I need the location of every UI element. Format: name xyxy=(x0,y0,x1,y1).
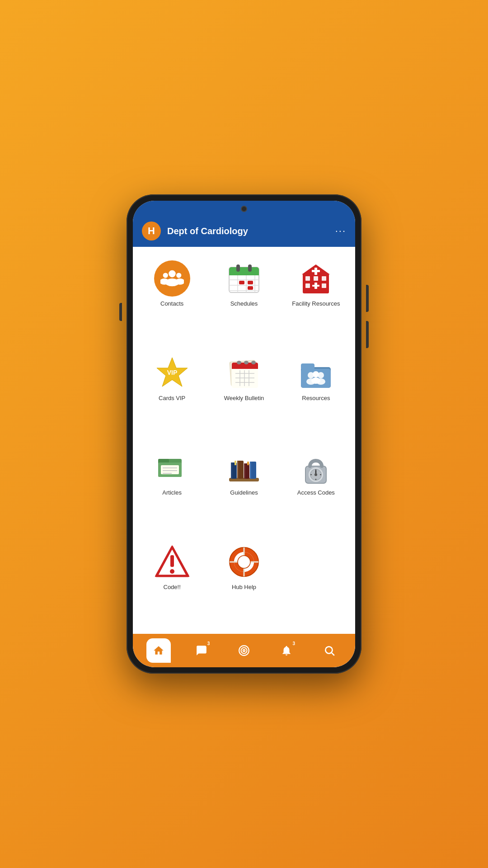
power-button xyxy=(119,303,122,321)
svg-rect-24 xyxy=(322,276,326,281)
nav-alerts[interactable]: 3 xyxy=(274,638,299,663)
svg-rect-19 xyxy=(248,286,253,290)
more-menu-button[interactable]: ··· xyxy=(335,225,346,237)
bulletin-icon xyxy=(226,355,262,391)
volume-up-button xyxy=(366,285,369,312)
vip-label: Cards VIP xyxy=(159,395,185,401)
contacts-icon xyxy=(154,260,190,297)
svg-line-106 xyxy=(332,653,334,656)
svg-point-54 xyxy=(313,371,319,377)
search-icon xyxy=(324,645,335,656)
code-label: Code!! xyxy=(164,584,181,590)
svg-rect-92 xyxy=(170,555,174,567)
svg-point-40 xyxy=(251,361,256,364)
svg-point-4 xyxy=(176,273,181,278)
svg-rect-37 xyxy=(232,366,258,369)
home-icon xyxy=(153,645,164,656)
svg-rect-68 xyxy=(231,462,232,479)
svg-point-38 xyxy=(237,361,241,364)
grid-item-vip[interactable]: VIP Cards VIP xyxy=(137,350,206,440)
svg-point-103 xyxy=(241,648,247,654)
svg-rect-25 xyxy=(305,283,310,288)
svg-point-93 xyxy=(170,569,174,574)
svg-point-105 xyxy=(325,646,332,653)
schedules-icon xyxy=(226,261,262,296)
app-grid: Contacts xyxy=(133,247,355,634)
schedules-label: Schedules xyxy=(230,300,258,307)
app-header: H Dept of Cardiology ··· xyxy=(133,217,355,247)
bulletin-icon-wrap xyxy=(226,355,262,391)
grid-item-resources[interactable]: Resources xyxy=(282,350,351,440)
grid-item-schedules[interactable]: Schedules xyxy=(209,256,278,346)
guidelines-icon-wrap xyxy=(226,449,262,486)
nav-chat[interactable]: 3 xyxy=(189,638,214,663)
phone-frame: H Dept of Cardiology ··· xyxy=(127,194,361,674)
help-icon xyxy=(226,544,262,580)
svg-rect-75 xyxy=(235,461,236,465)
code-icon xyxy=(155,544,190,580)
nav-home[interactable] xyxy=(146,638,171,663)
resources-label: Resources xyxy=(302,395,330,401)
svg-rect-23 xyxy=(314,276,318,281)
access-icon xyxy=(298,450,333,485)
svg-rect-30 xyxy=(312,270,320,272)
svg-point-0 xyxy=(169,270,176,278)
access-label: Access Codes xyxy=(297,489,335,496)
volume-down-button xyxy=(366,321,369,348)
target-icon xyxy=(238,645,250,656)
svg-rect-8 xyxy=(229,273,259,275)
camera-notch xyxy=(241,206,247,212)
svg-point-87 xyxy=(314,473,317,476)
help-icon-wrap xyxy=(226,544,262,580)
svg-rect-70 xyxy=(237,461,239,479)
grid-item-code[interactable]: Code!! xyxy=(137,539,206,629)
guidelines-label: Guidelines xyxy=(230,489,258,496)
svg-rect-18 xyxy=(248,281,253,284)
code-icon-wrap xyxy=(154,544,190,580)
svg-rect-22 xyxy=(305,276,310,281)
articles-icon-wrap xyxy=(154,449,190,486)
grid-item-bulletin[interactable]: Weekly Bulletin xyxy=(209,350,278,440)
bottom-navigation: 3 3 xyxy=(133,634,355,667)
grid-item-facility[interactable]: Facility Resources xyxy=(282,256,351,346)
chat-icon xyxy=(196,645,207,656)
svg-point-55 xyxy=(311,377,320,384)
articles-label: Articles xyxy=(162,489,182,496)
svg-rect-26 xyxy=(322,283,326,288)
nav-target[interactable] xyxy=(232,638,256,663)
svg-rect-74 xyxy=(250,462,251,479)
contacts-label: Contacts xyxy=(160,300,183,307)
facility-icon xyxy=(298,261,333,296)
svg-rect-48 xyxy=(301,363,314,370)
facility-label: Facility Resources xyxy=(292,300,340,307)
grid-item-contacts[interactable]: Contacts xyxy=(137,256,206,346)
nav-search[interactable] xyxy=(317,638,342,663)
svg-point-39 xyxy=(244,361,249,364)
chat-badge: 3 xyxy=(205,639,213,647)
grid-item-empty xyxy=(282,539,351,629)
svg-rect-10 xyxy=(248,264,252,272)
svg-rect-28 xyxy=(312,285,319,287)
app-title: Dept of Cardiology xyxy=(167,226,329,236)
resources-icon-wrap xyxy=(298,355,334,391)
articles-icon xyxy=(155,450,190,485)
svg-text:VIP: VIP xyxy=(167,369,177,376)
notch-bar xyxy=(133,201,355,217)
bulletin-label: Weekly Bulletin xyxy=(224,395,264,401)
grid-item-help[interactable]: Hub Help xyxy=(209,539,278,629)
vip-icon: VIP xyxy=(154,355,190,391)
svg-point-104 xyxy=(243,650,245,651)
grid-item-guidelines[interactable]: Guidelines xyxy=(209,445,278,535)
access-icon-wrap xyxy=(298,449,334,486)
facility-icon-wrap xyxy=(298,260,334,297)
help-label: Hub Help xyxy=(232,584,256,590)
schedules-icon-wrap xyxy=(226,260,262,297)
app-logo: H xyxy=(142,222,161,241)
svg-rect-72 xyxy=(244,463,245,479)
vip-icon-wrap: VIP xyxy=(154,355,190,391)
svg-rect-9 xyxy=(236,264,240,272)
grid-item-articles[interactable]: Articles xyxy=(137,445,206,535)
grid-item-access[interactable]: Access Codes xyxy=(282,445,351,535)
svg-rect-17 xyxy=(239,281,244,284)
svg-rect-76 xyxy=(247,462,249,465)
